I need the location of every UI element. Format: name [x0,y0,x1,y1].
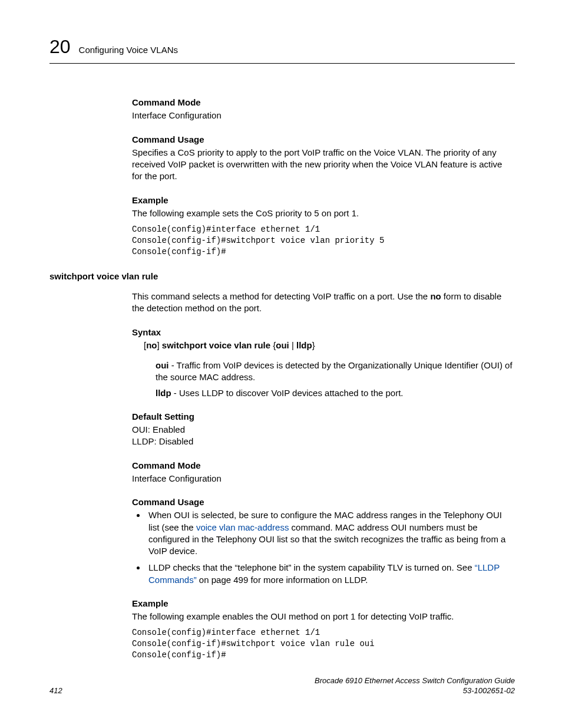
heading-example: Example [132,195,515,206]
page-footer: 412 Brocade 6910 Ethernet Access Switch … [49,676,515,696]
code-block-priority-example: Console(config)#interface ethernet 1/1 C… [132,224,515,258]
syntax-line: [no] switchport voice vlan rule {oui | l… [144,340,515,351]
heading-command-mode-2: Command Mode [132,460,515,472]
heading-command-mode: Command Mode [132,97,515,108]
desc-pre: This command selects a method for detect… [132,291,430,301]
text-command-mode: Interface Configuration [132,110,515,121]
text-example-intro-2: The following example enables the OUI me… [132,611,515,622]
footer-doc-id: 53-1002651-02 [315,686,515,696]
bullet2-post: on page 499 for more information on LLDP… [197,575,368,585]
usage-bullet-list: When OUI is selected, be sure to configu… [132,509,515,586]
syntax-no: no [146,340,157,350]
heading-syntax: Syntax [132,327,515,338]
page: 20 Configuring Voice VLANs Command Mode … [0,0,562,728]
xref-voice-vlan-mac-address[interactable]: voice vlan mac-address [196,522,289,532]
chapter-title: Configuring Voice VLANs [79,44,178,56]
syntax-lldp: lldp [296,340,312,350]
syntax-brace-close: } [312,340,315,350]
syntax-command: switchport voice vlan rule [162,340,270,350]
desc-no-keyword: no [430,291,441,301]
param-oui-label: oui [156,360,169,370]
chapter-number: 20 [49,34,71,60]
usage-bullet-1: When OUI is selected, be sure to configu… [146,509,515,557]
page-header: 20 Configuring Voice VLANs [49,34,515,64]
footer-page-number: 412 [49,686,62,696]
footer-doc-title: Brocade 6910 Ethernet Access Switch Conf… [315,676,515,686]
syntax-pipe: | [289,340,296,350]
text-example-intro: The following example sets the CoS prior… [132,207,515,219]
default-lldp: LLDP: Disabled [132,436,515,447]
param-oui-text: - Traffic from VoIP devices is detected … [156,360,513,382]
heading-default-setting: Default Setting [132,411,515,423]
text-command-mode-2: Interface Configuration [132,473,515,485]
text-command-usage: Specifies a CoS priority to apply to the… [132,147,515,183]
usage-bullet-2: LLDP checks that the “telephone bit” in … [146,562,515,586]
command-name-switchport-voice-vlan-rule: switchport voice vlan rule [49,271,515,282]
footer-doc-info: Brocade 6910 Ethernet Access Switch Conf… [315,676,515,696]
section-rule: This command selects a method for detect… [132,291,515,661]
text-rule-description: This command selects a method for detect… [132,291,515,315]
default-oui: OUI: Enabled [132,424,515,436]
code-block-rule-example: Console(config)#interface ethernet 1/1 C… [132,627,515,661]
param-lldp: lldp - Uses LLDP to discover VoIP device… [156,387,515,399]
syntax-brace-open: { [270,340,276,350]
bullet2-pre: LLDP checks that the “telephone bit” in … [148,562,475,572]
param-lldp-text: - Uses LLDP to discover VoIP devices att… [171,388,404,398]
heading-example-2: Example [132,598,515,610]
param-lldp-label: lldp [156,388,171,398]
syntax-bracket-close-square: ] [157,340,162,350]
syntax-oui: oui [276,340,289,350]
heading-command-usage-2: Command Usage [132,496,515,508]
heading-command-usage: Command Usage [132,134,515,146]
param-oui: oui - Traffic from VoIP devices is detec… [156,360,515,384]
section-priority: Command Mode Interface Configuration Com… [132,97,515,258]
